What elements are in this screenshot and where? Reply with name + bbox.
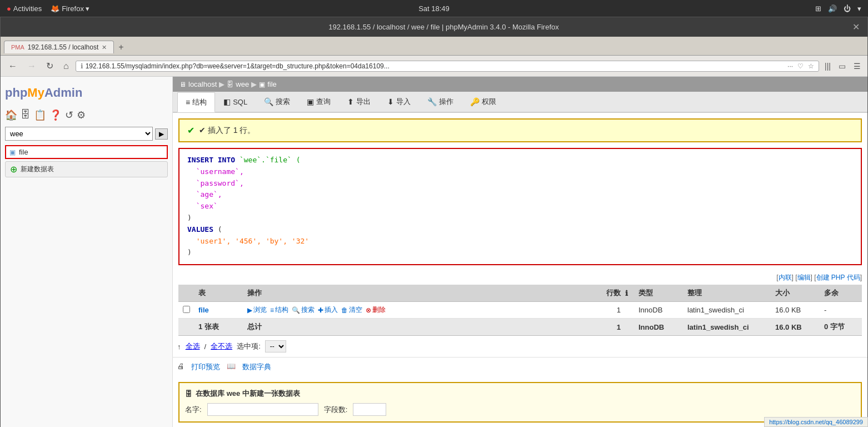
- new-table-form: 名字: 字段数:: [185, 403, 855, 416]
- sql-sidebar-icon[interactable]: 📋: [34, 109, 46, 121]
- info-sidebar-icon[interactable]: ❓: [49, 109, 62, 121]
- header-extra-col: 多余: [824, 288, 857, 298]
- url-bar[interactable]: ℹ 192.168.1.55/mysqladmin/index.php?db=w…: [76, 61, 819, 72]
- table-footer-row: 1 张表 总计 1 InnoDB latin1_swedish_ci 16.0 …: [178, 319, 862, 336]
- search-op-link[interactable]: 🔍 搜索: [292, 305, 315, 315]
- logo-php: php: [5, 86, 27, 100]
- chevron-down-icon[interactable]: ▾: [857, 4, 861, 13]
- check-icon: ✔: [187, 125, 194, 136]
- footer-size: 16.0 KB: [775, 323, 820, 331]
- sidebar-icons: 🏠 🗄 📋 ❓ ↺ ⚙: [5, 107, 168, 127]
- activities-btn[interactable]: ● Activities: [7, 4, 42, 13]
- tab-export[interactable]: ⬆ 导出: [339, 92, 379, 112]
- tab-operations[interactable]: 🔧 操作: [419, 92, 462, 112]
- home-sidebar-icon[interactable]: 🏠: [5, 109, 17, 121]
- breadcrumb-wee[interactable]: wee: [236, 80, 249, 88]
- table-name-label: 名字:: [185, 405, 202, 415]
- breadcrumb-arrow-2: ▶: [251, 80, 257, 88]
- sql-inline-link[interactable]: 内联: [779, 274, 792, 281]
- footer-type: InnoDB: [638, 323, 683, 331]
- db-select-go-btn[interactable]: ▶: [155, 128, 168, 140]
- sql-col-username: `username`,: [187, 167, 244, 176]
- new-table-title-text: 在数据库 wee 中新建一张数据表: [196, 389, 300, 399]
- tab-import[interactable]: ⬇ 导入: [379, 92, 419, 112]
- delete-op-link[interactable]: ⊗ 删除: [366, 305, 386, 315]
- field-count-label: 字段数:: [324, 405, 348, 415]
- sidebar-toggle-icon[interactable]: ▭: [836, 62, 848, 71]
- browser-tab[interactable]: PMA 192.168.1.55 / localhost ✕: [4, 41, 114, 53]
- volume-icon[interactable]: 🔊: [828, 4, 837, 13]
- reload-btn[interactable]: ↻: [43, 59, 57, 72]
- db-sidebar-icon[interactable]: 🗄: [21, 109, 31, 121]
- sql-tab-icon: ◧: [223, 97, 231, 106]
- sql-paren-close: ): [187, 214, 192, 222]
- import-tab-label: 导入: [396, 97, 411, 107]
- structure-op-link[interactable]: ≡ 结构: [270, 305, 288, 315]
- window-close-btn[interactable]: ✕: [849, 22, 863, 32]
- tab-query[interactable]: ▣ 查询: [298, 92, 339, 112]
- selected-ops-label: 选中项:: [237, 341, 261, 351]
- url-menu-icon[interactable]: ···: [787, 62, 793, 70]
- footer-rows: 1: [587, 323, 621, 331]
- power-icon[interactable]: ⏻: [844, 4, 851, 13]
- menu-icon[interactable]: ☰: [851, 62, 863, 71]
- row-type: InnoDB: [638, 306, 683, 314]
- select-all-link[interactable]: 全选: [186, 341, 200, 351]
- insert-op-link[interactable]: ✚ 插入: [318, 305, 338, 315]
- new-table-icon: 🗄: [185, 390, 192, 398]
- success-text: ✔ 插入了 1 行。: [199, 126, 255, 136]
- logo-admin: Admin: [44, 86, 82, 100]
- footer-collation: latin1_swedish_ci: [687, 323, 771, 331]
- table-name-input[interactable]: [207, 403, 318, 416]
- row-checkbox[interactable]: [183, 306, 190, 313]
- empty-op-link[interactable]: 🗑 清空: [341, 305, 362, 315]
- select-none-link[interactable]: 全不选: [211, 341, 232, 351]
- tab-close-btn[interactable]: ✕: [102, 44, 107, 51]
- content-tabs: ≡ 结构 ◧ SQL 🔍 搜索 ▣ 查询 ⬆ 导出: [173, 92, 867, 113]
- db-dropdown[interactable]: wee: [5, 127, 153, 141]
- forward-btn[interactable]: →: [24, 60, 39, 72]
- reading-list-icon[interactable]: |||: [822, 62, 833, 71]
- new-tab-btn[interactable]: +: [114, 40, 128, 54]
- network-icon[interactable]: ⊞: [815, 4, 821, 13]
- refresh-sidebar-icon[interactable]: ↺: [65, 109, 73, 121]
- sql-links: [内联] [编辑] [创建 PHP 代码]: [173, 271, 867, 285]
- bookmark-heart-icon[interactable]: ♡: [797, 62, 804, 70]
- structure-tab-icon: ≡: [186, 98, 190, 107]
- footer-links: 🖨 打印预览 📖 数据字典: [173, 358, 867, 376]
- sidebar-table-file[interactable]: ▣ file: [5, 145, 168, 159]
- export-tab-icon: ⬆: [347, 97, 354, 106]
- table-name-link[interactable]: file: [198, 306, 209, 314]
- os-bar-left: ● Activities 🦊 Firefox ▾: [7, 4, 90, 13]
- home-btn[interactable]: ⌂: [60, 60, 72, 72]
- footer-extra: 0 字节: [824, 322, 857, 332]
- insert-op-icon: ✚: [318, 306, 323, 314]
- sql-create-php-link[interactable]: 创建 PHP 代码: [816, 274, 860, 281]
- back-btn[interactable]: ←: [5, 60, 21, 72]
- export-tab-label: 导出: [356, 97, 371, 107]
- sql-col-password: `password`,: [187, 179, 244, 187]
- browse-op-link[interactable]: ▶ 浏览: [247, 305, 267, 315]
- sql-query-block: INSERT INTO `wee`.`file` ( `username`, `…: [178, 148, 862, 265]
- settings-sidebar-icon[interactable]: ⚙: [77, 109, 86, 121]
- field-count-input[interactable]: [353, 403, 386, 416]
- tab-sql[interactable]: ◧ SQL: [215, 92, 256, 111]
- star-icon[interactable]: ☆: [808, 62, 814, 70]
- header-table-col: 表: [198, 288, 243, 298]
- tab-structure[interactable]: ≡ 结构: [177, 92, 215, 112]
- data-dict-link[interactable]: 数据字典: [242, 362, 271, 372]
- tab-search[interactable]: 🔍 搜索: [256, 92, 298, 112]
- breadcrumb-localhost[interactable]: localhost: [188, 80, 217, 88]
- dict-icon: 📖: [227, 362, 236, 372]
- tab-privileges[interactable]: 🔑 权限: [462, 92, 505, 112]
- selected-ops-dropdown[interactable]: --: [265, 340, 286, 352]
- new-table-section: 🗄 在数据库 wee 中新建一张数据表 名字: 字段数:: [178, 382, 862, 423]
- row-collation: latin1_swedish_ci: [687, 306, 771, 314]
- header-info-col: ℹ: [625, 289, 634, 297]
- firefox-btn[interactable]: 🦊 Firefox ▾: [51, 4, 89, 13]
- table-ops: ▶ 浏览 ≡ 结构 🔍 搜索 ✚ 插入: [247, 305, 583, 315]
- os-bar: ● Activities 🦊 Firefox ▾ Sat 18:49 ⊞ 🔊 ⏻…: [0, 0, 868, 17]
- print-preview-link[interactable]: 打印预览: [191, 362, 220, 372]
- sql-edit-link[interactable]: 编辑: [797, 274, 811, 281]
- new-table-sidebar-btn[interactable]: ⊕ 新建数据表: [5, 161, 168, 177]
